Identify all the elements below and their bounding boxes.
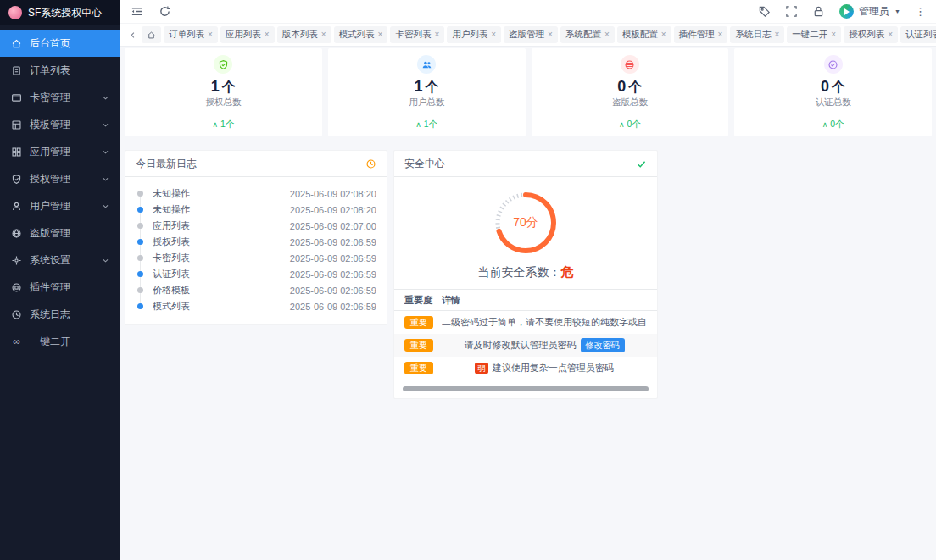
tab-system-log[interactable]: 系统日志× bbox=[730, 26, 784, 43]
tab-version-list[interactable]: 版本列表× bbox=[277, 26, 332, 43]
sidebar-item-logs[interactable]: 系统日志 bbox=[0, 301, 120, 328]
sidebar-item-applications[interactable]: 应用管理 bbox=[0, 138, 120, 165]
sidebar-item-label: 后台首页 bbox=[30, 36, 70, 51]
kebab-icon[interactable]: ⋮ bbox=[915, 5, 926, 18]
sidebar-item-settings[interactable]: 系统设置 bbox=[0, 247, 120, 274]
log-item: 认证列表2025-06-09 02:06:59 bbox=[136, 266, 376, 282]
tab-template-config[interactable]: 模板配置× bbox=[617, 26, 671, 43]
stat-trend: ∧1个 bbox=[328, 114, 526, 136]
sidebar-item-label: 应用管理 bbox=[30, 145, 70, 159]
timeline-dot bbox=[137, 287, 143, 293]
log-item: 未知操作2025-06-09 02:08:20 bbox=[136, 202, 376, 218]
chevron-down-icon bbox=[102, 257, 109, 264]
clock-icon bbox=[11, 309, 22, 320]
importance-badge: 重要 bbox=[404, 316, 433, 329]
log-panel-header: 今日最新日志 bbox=[125, 151, 387, 177]
tabs-scroll-left[interactable] bbox=[125, 27, 139, 42]
sidebar-item-users[interactable]: 用户管理 bbox=[0, 192, 120, 219]
close-icon[interactable]: × bbox=[718, 30, 723, 39]
sidebar-item-secondary-dev[interactable]: ∞ 一键二开 bbox=[0, 328, 120, 355]
log-item: 卡密列表2025-06-09 02:06:59 bbox=[136, 250, 376, 266]
main-area: 管理员 ▼ ⋮ 订单列表× 应用列表× 版本列表× 模式列表× 卡密列表× 用户… bbox=[120, 0, 936, 560]
globe-icon bbox=[11, 228, 22, 239]
tab-license-list[interactable]: 授权列表× bbox=[844, 26, 898, 43]
close-icon[interactable]: × bbox=[321, 30, 326, 39]
stats-row: 1个 授权总数 ∧1个 1个 用户总数 ∧1个 0个 bbox=[125, 48, 932, 136]
sidebar-item-orders[interactable]: 订单列表 bbox=[0, 57, 120, 84]
trend-up-icon: ∧ bbox=[212, 121, 218, 129]
stat-card-auth: 0个 认证总数 ∧0个 bbox=[734, 48, 932, 136]
tab-auth-list[interactable]: 认证列表× bbox=[900, 26, 936, 43]
tab-secondary-dev[interactable]: 一键二开× bbox=[787, 26, 841, 43]
globe-icon bbox=[621, 55, 639, 74]
close-icon[interactable]: × bbox=[661, 30, 666, 39]
tab-app-list[interactable]: 应用列表× bbox=[220, 26, 275, 43]
horizontal-scrollbar[interactable] bbox=[403, 386, 649, 391]
security-table-row: 重要 请及时修改默认管理员密码 修改密码 bbox=[394, 334, 657, 357]
stat-trend: ∧1个 bbox=[125, 114, 322, 136]
close-icon[interactable]: × bbox=[208, 30, 213, 39]
sidebar-menu: 后台首页 订单列表 卡密管理 模板管理 应用管理 bbox=[0, 25, 120, 355]
sidebar-item-label: 盗版管理 bbox=[30, 226, 70, 241]
tab-piracy-mgmt[interactable]: 盗版管理× bbox=[504, 26, 558, 43]
sidebar-item-plugins[interactable]: 插件管理 bbox=[0, 274, 120, 301]
importance-badge: 重要 bbox=[404, 362, 433, 374]
caret-down-icon: ▼ bbox=[894, 8, 900, 14]
users-icon bbox=[417, 55, 436, 74]
stat-value: 0个 bbox=[532, 78, 729, 96]
tab-order-list[interactable]: 订单列表× bbox=[164, 26, 218, 43]
close-icon[interactable]: × bbox=[888, 30, 893, 39]
order-icon bbox=[11, 65, 22, 76]
app-root: SF系统授权中心 后台首页 订单列表 卡密管理 模板管理 bbox=[0, 0, 936, 560]
security-level: 危 bbox=[561, 264, 574, 279]
tab-mode-list[interactable]: 模式列表× bbox=[334, 26, 388, 43]
tab-home[interactable] bbox=[142, 26, 161, 43]
close-icon[interactable]: × bbox=[774, 30, 779, 39]
user-menu[interactable]: 管理员 ▼ bbox=[839, 4, 900, 19]
stat-label: 用户总数 bbox=[328, 97, 526, 108]
sidebar-item-dashboard[interactable]: 后台首页 bbox=[0, 30, 120, 57]
log-item: 未知操作2025-06-09 02:08:20 bbox=[136, 186, 376, 202]
sidebar-item-label: 系统日志 bbox=[30, 308, 70, 322]
tab-cardkey-list[interactable]: 卡密列表× bbox=[390, 26, 444, 43]
timeline-dot bbox=[137, 207, 143, 213]
tab-plugin-mgmt[interactable]: 插件管理× bbox=[674, 26, 728, 43]
timeline-dot bbox=[137, 255, 143, 261]
security-table-header: 重要度 详情 bbox=[394, 289, 657, 311]
shield-check-icon bbox=[214, 55, 232, 74]
refresh-icon[interactable] bbox=[159, 5, 171, 18]
sidebar-item-piracy[interactable]: 盗版管理 bbox=[0, 219, 120, 247]
sidebar-item-card-keys[interactable]: 卡密管理 bbox=[0, 84, 120, 111]
sidebar-item-label: 授权管理 bbox=[30, 172, 70, 186]
shield-icon bbox=[11, 174, 22, 185]
fullscreen-icon[interactable] bbox=[785, 5, 798, 18]
sidebar-item-templates[interactable]: 模板管理 bbox=[0, 111, 120, 138]
close-icon[interactable]: × bbox=[831, 30, 836, 39]
tab-system-config[interactable]: 系统配置× bbox=[560, 26, 615, 43]
close-icon[interactable]: × bbox=[491, 30, 496, 39]
timeline-dot bbox=[137, 303, 143, 309]
security-panel-header: 安全中心 bbox=[394, 151, 657, 177]
chevron-down-icon bbox=[102, 94, 109, 102]
security-panel: 安全中心 70分 当前安全系数：危 重要度 bbox=[393, 150, 658, 399]
chevron-down-icon bbox=[102, 175, 109, 183]
tag-icon[interactable] bbox=[758, 5, 771, 18]
check-icon bbox=[636, 158, 647, 169]
collapse-menu-icon[interactable] bbox=[131, 5, 143, 18]
close-icon[interactable]: × bbox=[378, 30, 383, 39]
sidebar-item-licenses[interactable]: 授权管理 bbox=[0, 165, 120, 192]
lock-icon[interactable] bbox=[812, 5, 825, 18]
stat-card-users: 1个 用户总数 ∧1个 bbox=[328, 48, 526, 136]
close-icon[interactable]: × bbox=[265, 30, 270, 39]
close-icon[interactable]: × bbox=[548, 30, 553, 39]
timeline-dot bbox=[137, 223, 143, 229]
close-icon[interactable]: × bbox=[604, 30, 610, 39]
change-password-button[interactable]: 修改密码 bbox=[581, 338, 625, 352]
user-icon bbox=[11, 201, 22, 212]
security-detail: 建议使用复杂一点管理员密码 bbox=[493, 362, 614, 374]
close-icon[interactable]: × bbox=[434, 30, 439, 39]
chevron-down-icon bbox=[102, 121, 109, 129]
timeline-dot bbox=[137, 239, 143, 245]
tab-user-list[interactable]: 用户列表× bbox=[447, 26, 501, 43]
avatar bbox=[839, 4, 854, 19]
